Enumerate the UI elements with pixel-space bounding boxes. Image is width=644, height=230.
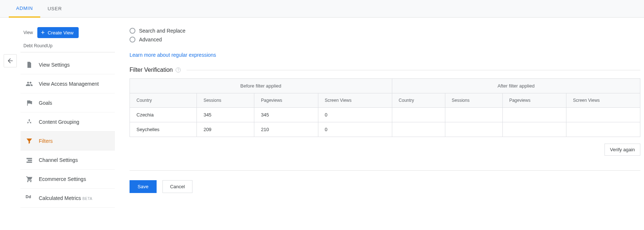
help-icon[interactable]: ? xyxy=(176,67,181,73)
document-icon xyxy=(26,61,33,68)
sidebar-item-label: View Settings xyxy=(39,62,70,68)
cell: 210 xyxy=(254,122,318,137)
filter-icon xyxy=(26,137,33,145)
cell xyxy=(502,122,566,137)
filter-verification-title: Filter Verification xyxy=(130,67,173,73)
sidebar-item-label: Goals xyxy=(39,100,52,106)
view-label: View xyxy=(23,30,33,35)
create-view-button[interactable]: + Create View xyxy=(37,27,79,38)
sidebar-item-filters[interactable]: Filters xyxy=(20,131,115,151)
cell: 209 xyxy=(197,122,254,137)
back-column xyxy=(0,18,20,208)
cell xyxy=(392,122,445,137)
verify-again-button[interactable]: Verify again xyxy=(604,144,640,156)
save-button[interactable]: Save xyxy=(130,180,157,193)
col-header[interactable]: Screen Views xyxy=(566,93,640,108)
divider xyxy=(187,70,640,70)
col-header[interactable]: Screen Views xyxy=(318,93,392,108)
cancel-button[interactable]: Cancel xyxy=(162,180,192,193)
col-header[interactable]: Pageviews xyxy=(502,93,566,108)
sidebar-item-content-grouping[interactable]: Content Grouping xyxy=(20,112,115,131)
sidebar-item-calculated-metrics[interactable]: Dd Calculated MetricsBETA xyxy=(20,189,115,208)
sidebar-item-access-management[interactable]: View Access Management xyxy=(20,74,115,93)
group-after-header: After filter applied xyxy=(392,79,640,93)
sidebar: View + Create View Debt RoundUp View Set… xyxy=(20,18,115,208)
radio-icon xyxy=(130,37,135,42)
radio-label: Advanced xyxy=(139,37,162,42)
sidebar-item-label: Content Grouping xyxy=(39,119,79,125)
cell: 0 xyxy=(318,122,392,137)
group-before-header: Before filter applied xyxy=(130,79,392,93)
sidebar-item-label: View Access Management xyxy=(39,81,99,87)
cell xyxy=(566,108,640,122)
plus-icon: + xyxy=(41,29,45,36)
people-icon xyxy=(26,80,33,88)
create-view-label: Create View xyxy=(48,30,74,36)
content-pane: Search and Replace Advanced Learn more a… xyxy=(115,18,644,208)
sidebar-item-channel-settings[interactable]: Channel Settings xyxy=(20,151,115,170)
cart-icon xyxy=(26,175,33,183)
sidebar-item-goals[interactable]: Goals xyxy=(20,93,115,112)
dd-icon: Dd xyxy=(26,194,33,202)
cell: 345 xyxy=(197,108,254,122)
tab-user[interactable]: USER xyxy=(40,0,69,18)
cell: Seychelles xyxy=(130,122,197,137)
tab-admin[interactable]: ADMIN xyxy=(9,0,40,18)
flag-icon xyxy=(26,99,33,107)
radio-search-replace[interactable]: Search and Replace xyxy=(130,28,640,34)
grouping-icon xyxy=(26,118,33,126)
cell xyxy=(445,122,502,137)
table-row: Seychelles 209 210 0 xyxy=(130,122,640,137)
sidebar-item-label: Calculated MetricsBETA xyxy=(39,195,93,201)
cell xyxy=(392,108,445,122)
radio-advanced[interactable]: Advanced xyxy=(130,37,640,42)
table-row: Czechia 345 345 0 xyxy=(130,108,640,122)
view-name[interactable]: Debt RoundUp xyxy=(20,42,115,52)
cell xyxy=(566,122,640,137)
col-header[interactable]: Country xyxy=(392,93,445,108)
sidebar-item-label: Channel Settings xyxy=(39,157,78,163)
cell: Czechia xyxy=(130,108,197,122)
sidebar-item-label: Ecommerce Settings xyxy=(39,176,86,182)
filter-verification-table: Before filter applied After filter appli… xyxy=(130,78,640,137)
sidebar-item-view-settings[interactable]: View Settings xyxy=(20,55,115,74)
cell: 0 xyxy=(318,108,392,122)
radio-label: Search and Replace xyxy=(139,28,186,34)
col-header[interactable]: Sessions xyxy=(197,93,254,108)
channel-icon xyxy=(26,156,33,164)
cell xyxy=(445,108,502,122)
top-tabs: ADMIN USER xyxy=(0,0,644,18)
sidebar-item-ecommerce[interactable]: Ecommerce Settings xyxy=(20,170,115,189)
sidebar-item-label: Filters xyxy=(39,138,53,144)
radio-icon xyxy=(130,28,135,34)
col-header[interactable]: Country xyxy=(130,93,197,108)
back-button[interactable] xyxy=(4,54,17,67)
col-header[interactable]: Sessions xyxy=(445,93,502,108)
arrow-left-icon xyxy=(7,57,14,64)
cell: 345 xyxy=(254,108,318,122)
cell xyxy=(502,108,566,122)
learn-more-link[interactable]: Learn more about regular expressions xyxy=(130,52,216,58)
col-header[interactable]: Pageviews xyxy=(254,93,318,108)
